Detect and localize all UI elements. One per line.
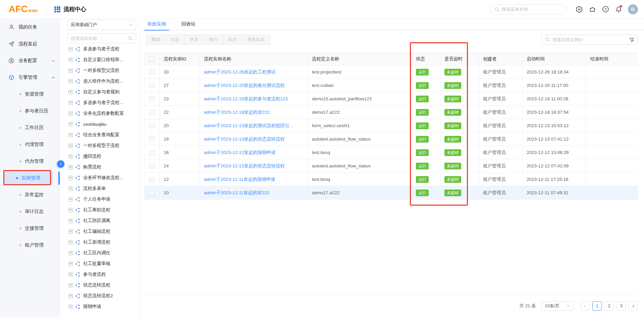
- tab[interactable]: 有效实例: [146, 19, 167, 30]
- row-checkbox[interactable]: [150, 83, 154, 88]
- tree-item[interactable]: + 业务环节修改流程...: [60, 172, 140, 183]
- select-all-checkbox[interactable]: [150, 57, 154, 61]
- tree-item[interactable]: + 业务化流程参数配置: [60, 108, 140, 119]
- row-checkbox[interactable]: [150, 150, 154, 155]
- sidebar-subitem[interactable]: 参与者日历: [0, 103, 60, 119]
- page-number-button[interactable]: 1: [592, 301, 602, 311]
- tree-item[interactable]: + 结合业务查询配置: [60, 129, 140, 140]
- tree-item[interactable]: + 状态流转流程2: [60, 290, 140, 301]
- tree-item[interactable]: + 个人任务申请: [60, 194, 140, 205]
- app-select-dropdown[interactable]: 应用基础门户: [67, 20, 136, 30]
- expand-plus-icon[interactable]: +: [68, 305, 73, 309]
- expand-plus-icon[interactable]: +: [68, 144, 73, 148]
- sidebar-item-my-tasks[interactable]: 我的任务: [0, 19, 60, 36]
- sidebar-item-engine-management[interactable]: 引擎管理: [0, 69, 60, 86]
- expand-plus-icon[interactable]: +: [68, 262, 73, 266]
- page-number-button[interactable]: 2: [604, 301, 614, 311]
- sidebar-subitem[interactable]: 实例管理: [0, 170, 60, 187]
- instance-name-link[interactable]: admin于2023-12-20发起的催办测试流程: [204, 83, 285, 89]
- row-checkbox[interactable]: [150, 177, 154, 182]
- tree-item[interactable]: + 多选参与者子流程: [60, 44, 140, 54]
- expand-plus-icon[interactable]: +: [68, 122, 73, 126]
- sidebar-subitem[interactable]: 交接管理: [0, 220, 60, 237]
- next-page-button[interactable]: ›: [629, 301, 638, 311]
- row-checkbox[interactable]: [150, 191, 154, 195]
- menu-search-input[interactable]: [490, 4, 566, 14]
- instance-name-link[interactable]: admin于2023-12-12发起的报销申请: [204, 150, 276, 156]
- expand-plus-icon[interactable]: +: [68, 240, 73, 245]
- instance-name-link[interactable]: admin于2023-12-26发起的工程测试: [204, 69, 276, 75]
- tree-item[interactable]: + 社工新增流程: [60, 237, 140, 248]
- instance-name-link[interactable]: admin于2023-12-12发起的状态流转流程: [204, 163, 285, 169]
- instance-name-link[interactable]: admin于2023-12-18发起的状222: [204, 109, 270, 115]
- instance-search-input[interactable]: [541, 35, 638, 45]
- row-checkbox[interactable]: [150, 137, 154, 142]
- toolbar-button[interactable]: 催办: [204, 35, 223, 44]
- toolbar-button[interactable]: 批注: [223, 35, 242, 44]
- tree-item[interactable]: + ceshiluojiliu: [60, 119, 140, 129]
- row-checkbox[interactable]: [150, 110, 154, 115]
- expand-plus-icon[interactable]: +: [68, 208, 73, 212]
- sidebar-subitem[interactable]: 审计日志: [0, 203, 60, 220]
- sidebar-subitem[interactable]: 租户管理: [0, 237, 60, 254]
- instance-name-link[interactable]: admin于2023-12-19发起的参与者流程123: [204, 96, 288, 102]
- expand-plus-icon[interactable]: +: [68, 133, 73, 137]
- tree-item[interactable]: + 一对多模型父流程: [60, 65, 140, 76]
- instance-name-link[interactable]: admin于2023-12-13发起的测试流程驳回引...: [204, 123, 293, 129]
- sidebar-item-process-start[interactable]: 流程发起: [0, 36, 60, 52]
- plugin-puzzle-icon[interactable]: [589, 6, 596, 13]
- ai-assistant-icon[interactable]: AI: [576, 6, 583, 13]
- page-size-select[interactable]: 10条/页: [541, 301, 574, 311]
- expand-plus-icon[interactable]: +: [68, 294, 73, 298]
- menu-search-field[interactable]: [502, 7, 562, 12]
- expand-plus-icon[interactable]: +: [68, 197, 73, 202]
- expand-plus-icon[interactable]: +: [68, 187, 73, 191]
- expand-plus-icon[interactable]: +: [68, 283, 73, 287]
- expand-plus-icon[interactable]: +: [68, 154, 73, 159]
- tree-item[interactable]: + 社工编辑流程: [60, 226, 140, 237]
- expand-plus-icon[interactable]: +: [68, 165, 73, 169]
- tree-item[interactable]: + 报销申请: [60, 301, 140, 312]
- sidebar-subitem[interactable]: 资源管理: [0, 86, 60, 103]
- sidebar-subitem[interactable]: 工作日历: [0, 119, 60, 136]
- afcenter-logo[interactable]: AFC enter: [9, 4, 38, 14]
- expand-plus-icon[interactable]: +: [68, 272, 73, 277]
- expand-plus-icon[interactable]: +: [68, 68, 73, 73]
- tree-item[interactable]: + 参与者流程: [60, 269, 140, 280]
- expand-plus-icon[interactable]: +: [68, 176, 73, 180]
- toolbar-button[interactable]: 挂起: [166, 35, 185, 44]
- tree-item[interactable]: + 社工批量审核: [60, 258, 140, 269]
- expand-plus-icon[interactable]: +: [68, 101, 73, 105]
- instance-search-field[interactable]: [552, 37, 627, 42]
- instance-name-link[interactable]: admin于2023-12-11发起的报销申请: [204, 176, 275, 182]
- tree-item[interactable]: + 多选参与者子流程...: [60, 97, 140, 108]
- row-checkbox[interactable]: [150, 70, 154, 74]
- expand-plus-icon[interactable]: +: [68, 229, 73, 234]
- tab[interactable]: 回收站: [180, 19, 197, 30]
- user-avatar[interactable]: 租: [628, 4, 638, 14]
- instance-name-link[interactable]: admin于2023-12-11发起的状222: [204, 190, 269, 196]
- tree-item[interactable]: + 状态流转流程: [60, 280, 140, 290]
- expand-plus-icon[interactable]: +: [68, 90, 73, 94]
- row-checkbox[interactable]: [150, 164, 154, 168]
- tree-item[interactable]: + 自定义窗口按钮审...: [60, 54, 140, 65]
- expand-plus-icon[interactable]: +: [68, 219, 73, 223]
- help-icon[interactable]: ?: [602, 6, 609, 13]
- tree-item[interactable]: + 流程多表单: [60, 183, 140, 194]
- expand-plus-icon[interactable]: +: [68, 58, 73, 62]
- tree-item[interactable]: + 撤回流程: [60, 151, 140, 162]
- tree-item[interactable]: + 一对多模型子流程: [60, 140, 140, 151]
- notification-bell-icon[interactable]: [615, 6, 622, 13]
- expand-plus-icon[interactable]: +: [68, 111, 73, 116]
- tree-item[interactable]: + 自定义参与者规则: [60, 87, 140, 97]
- sidebar-subitem[interactable]: 异常监控: [0, 187, 60, 203]
- toolbar-button[interactable]: 更换版本: [242, 35, 270, 44]
- sidebar-collapse-button[interactable]: ‹: [57, 160, 64, 168]
- prev-page-button[interactable]: ‹: [580, 301, 590, 311]
- sidebar-item-business-config[interactable]: 业务配置: [0, 52, 60, 69]
- tree-item[interactable]: + 社工离职流程: [60, 205, 140, 215]
- tree-item[interactable]: + 选人组件作为流程...: [60, 76, 140, 87]
- row-checkbox[interactable]: [150, 123, 154, 128]
- filter-funnel-icon[interactable]: [629, 37, 634, 42]
- instance-name-link[interactable]: admin于2023-12-13发起的状态流转流程: [204, 136, 285, 142]
